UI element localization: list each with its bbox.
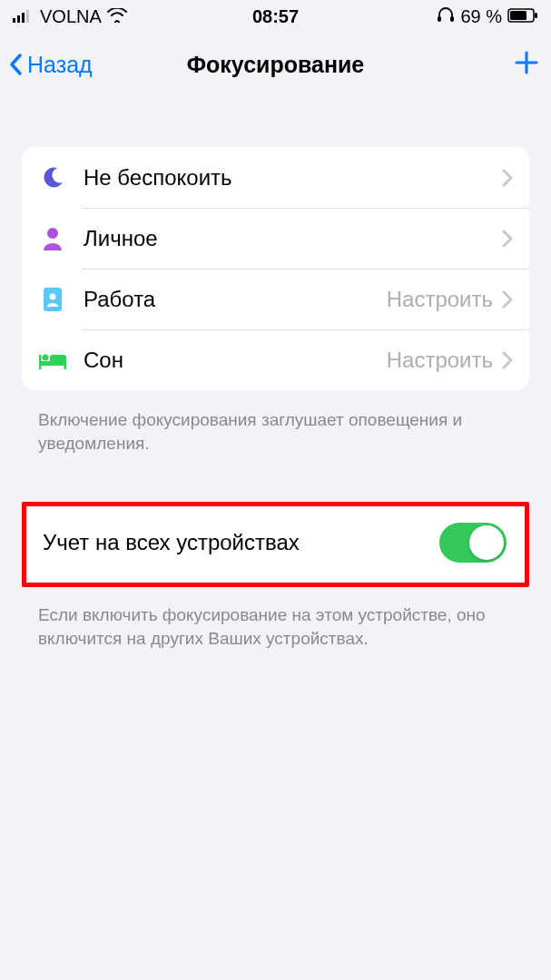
focus-detail: Настроить — [387, 348, 493, 373]
signal-icon — [13, 6, 34, 27]
focus-row-dnd[interactable]: Не беспокоить — [22, 147, 529, 208]
person-icon — [38, 227, 67, 250]
focus-label: Личное — [84, 226, 158, 251]
focus-row-personal[interactable]: Личное — [22, 208, 529, 269]
add-button[interactable] — [513, 49, 540, 80]
svg-rect-5 — [450, 16, 454, 22]
clock: 08:57 — [252, 6, 299, 27]
bed-icon — [38, 351, 67, 369]
svg-rect-2 — [22, 13, 25, 23]
focus-label: Сон — [84, 348, 123, 373]
nav-bar: Назад Фокусирование — [0, 33, 551, 93]
share-across-devices-row: Учет на всех устройствах — [26, 506, 525, 583]
headphones-icon — [437, 6, 455, 27]
svg-rect-7 — [510, 11, 526, 20]
plus-icon — [513, 49, 540, 76]
battery-icon — [507, 6, 538, 27]
focus-label: Не беспокоить — [84, 165, 232, 191]
svg-rect-1 — [17, 15, 20, 23]
status-bar: VOLNA 08:57 69 % — [0, 0, 551, 33]
svg-rect-8 — [535, 13, 537, 18]
svg-rect-14 — [39, 361, 66, 366]
toggle-label: Учет на всех устройствах — [43, 530, 300, 555]
moon-icon — [38, 166, 67, 190]
focus-footer-text: Включение фокусирования заглушает оповещ… — [0, 399, 551, 460]
battery-percent: 69 % — [460, 6, 502, 27]
chevron-right-icon — [502, 351, 513, 369]
back-button[interactable]: Назад — [7, 52, 93, 78]
focus-row-sleep[interactable]: Сон Настроить — [22, 329, 529, 390]
chevron-right-icon — [502, 169, 513, 187]
svg-point-9 — [47, 228, 58, 239]
badge-icon — [38, 287, 67, 312]
toggle-knob — [469, 525, 504, 560]
svg-point-11 — [50, 293, 56, 299]
highlight-box: Учет на всех устройствах — [22, 502, 529, 587]
carrier-label: VOLNA — [40, 6, 102, 27]
page-title: Фокусирование — [187, 52, 365, 78]
share-across-devices-toggle[interactable] — [439, 523, 507, 563]
chevron-right-icon — [502, 230, 513, 248]
svg-point-15 — [43, 354, 49, 360]
svg-rect-4 — [438, 16, 441, 22]
chevron-left-icon — [7, 52, 25, 77]
svg-rect-0 — [13, 18, 15, 23]
focus-detail: Настроить — [387, 287, 493, 312]
wifi-icon — [107, 6, 127, 27]
share-footer-text: Если включить фокусирование на этом устр… — [0, 591, 551, 655]
back-label: Назад — [27, 52, 93, 78]
focus-label: Работа — [84, 287, 155, 312]
chevron-right-icon — [502, 290, 513, 309]
focus-row-work[interactable]: Работа Настроить — [22, 269, 529, 329]
focus-modes-group: Не беспокоить Личное Работа Настроить Со… — [22, 147, 529, 390]
svg-rect-3 — [26, 10, 29, 23]
